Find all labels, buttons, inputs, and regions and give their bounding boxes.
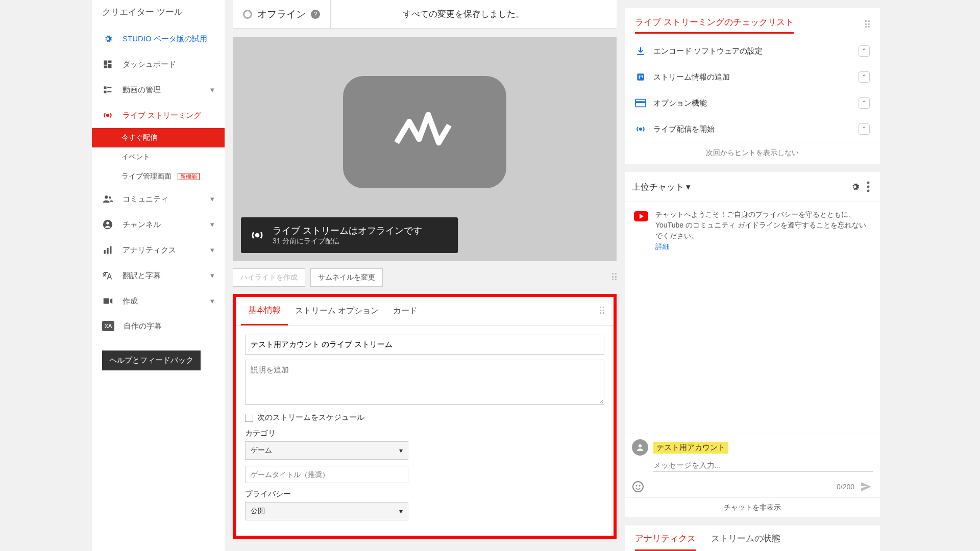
- sidebar-item-video-manager[interactable]: 動画の管理 ▾: [92, 77, 225, 103]
- sidebar-sub-stream-now[interactable]: 今すぐ配信: [92, 128, 225, 147]
- sidebar-item-live[interactable]: ライブ ストリーミング: [92, 103, 225, 128]
- drag-handle-icon[interactable]: ⠿: [598, 305, 608, 317]
- live-icon: [250, 228, 264, 242]
- svg-point-9: [105, 195, 108, 198]
- sidebar-item-create[interactable]: 作成 ▾: [92, 288, 225, 314]
- svg-rect-14: [107, 248, 108, 254]
- emoji-icon[interactable]: [632, 481, 644, 493]
- status-circle-icon: [243, 10, 252, 19]
- chat-details-link[interactable]: 詳細: [655, 242, 670, 251]
- sidebar-sub-event[interactable]: イベント: [92, 147, 225, 167]
- sidebar-item-studio[interactable]: STUDIO ベータ版の試用: [92, 26, 225, 52]
- tab-analytics[interactable]: アナリティクス: [635, 533, 696, 551]
- sidebar-label-analytics: アナリティクス: [122, 245, 176, 255]
- checklist-item-options[interactable]: オプション機能 ⌃: [625, 90, 880, 116]
- sidebar-item-dashboard[interactable]: ダッシュボード: [92, 52, 225, 77]
- svg-point-16: [256, 234, 259, 237]
- sidebar-item-channel[interactable]: チャンネル ▾: [92, 212, 225, 237]
- tab-basic-info[interactable]: 基本情報: [241, 297, 288, 325]
- topbar: オフライン ? すべての変更を保存しました。: [233, 0, 617, 29]
- chat-panel: 上位チャット ▾ チャットへようこそ！ご自身のプライバシーを守るとともに、You…: [625, 172, 880, 517]
- svg-point-30: [639, 485, 641, 487]
- svg-rect-5: [107, 87, 111, 88]
- checklist-label: エンコード ソフトウェアの設定: [653, 46, 851, 56]
- checklist-item-start[interactable]: ライブ配信を開始 ⌃: [625, 116, 880, 142]
- change-thumbnail-button[interactable]: サムネイルを変更: [310, 268, 383, 287]
- status-text: オフライン: [257, 8, 306, 21]
- game-title-input[interactable]: [245, 466, 408, 483]
- sidebar-label-own-captions: 自作の字幕: [124, 321, 162, 331]
- svg-rect-20: [642, 76, 643, 78]
- new-badge: 新機能: [178, 173, 200, 180]
- preview-area: ライブ ストリームはオフラインです 31 分前にライブ配信: [233, 37, 617, 261]
- help-icon[interactable]: ?: [311, 10, 320, 19]
- sidebar-sub-live-control-label: ライブ管理画面: [121, 172, 172, 180]
- saved-text: すべての変更を保存しました。: [331, 8, 617, 20]
- svg-point-12: [106, 222, 109, 225]
- overlay-title: ライブ ストリームはオフラインです: [273, 224, 422, 237]
- card-icon: [635, 97, 646, 109]
- collapse-icon[interactable]: ⌃: [859, 123, 870, 135]
- chat-title-dropdown[interactable]: 上位チャット ▾: [632, 181, 691, 193]
- collapse-icon[interactable]: ⌃: [859, 97, 870, 109]
- hide-hint-link[interactable]: 次回からヒントを表示しない: [625, 142, 880, 164]
- sidebar-label-video-manager: 動画の管理: [122, 85, 161, 95]
- sidebar-item-own-captions[interactable]: XA 自作の字幕: [92, 314, 225, 338]
- sidebar-label-translate: 翻訳と字幕: [122, 271, 161, 281]
- sidebar: クリエイター ツール STUDIO ベータ版の試用 ダッシュボード 動画の管理 …: [92, 0, 225, 551]
- tab-stream-status[interactable]: ストリームの状態: [711, 533, 780, 551]
- sidebar-label-studio: STUDIO ベータ版の試用: [122, 34, 207, 44]
- stream-description-input[interactable]: [245, 360, 604, 405]
- svg-rect-2: [108, 64, 112, 68]
- tab-card[interactable]: カード: [386, 297, 425, 324]
- send-icon[interactable]: [860, 480, 873, 493]
- hide-chat-link[interactable]: チャットを非表示: [625, 497, 880, 517]
- chat-message-input[interactable]: [653, 459, 873, 472]
- category-label: カテゴリ: [245, 429, 604, 438]
- sidebar-sub-live-control[interactable]: ライブ管理画面 新機能: [92, 167, 225, 186]
- privacy-label: プライバシー: [245, 489, 604, 499]
- svg-rect-7: [107, 91, 111, 93]
- overlay-sub: 31 分前にライブ配信: [273, 237, 422, 246]
- checklist-item-info[interactable]: ストリーム情報の追加 ⌃: [625, 64, 880, 90]
- captions-icon: XA: [102, 321, 114, 331]
- gear-icon[interactable]: [846, 178, 864, 195]
- collapse-icon[interactable]: ⌃: [859, 45, 870, 57]
- sidebar-item-community[interactable]: コミュニティ ▾: [92, 186, 225, 212]
- live-icon: [635, 123, 646, 135]
- youtube-icon: [634, 211, 648, 221]
- svg-rect-18: [639, 76, 640, 79]
- create-highlight-button[interactable]: ハイライトを作成: [233, 268, 305, 287]
- sidebar-label-channel: チャンネル: [122, 220, 161, 230]
- stream-title-input[interactable]: [245, 335, 604, 355]
- offline-overlay: ライブ ストリームはオフラインです 31 分前にライブ配信: [241, 217, 458, 253]
- checklist-item-encode[interactable]: エンコード ソフトウェアの設定 ⌃: [625, 38, 880, 64]
- svg-point-29: [636, 485, 638, 487]
- channel-icon: [102, 219, 113, 230]
- svg-point-23: [640, 128, 642, 130]
- preview-thumb-icon: [343, 76, 506, 188]
- svg-point-28: [633, 482, 643, 492]
- char-count: 0/200: [837, 483, 854, 491]
- sidebar-label-dashboard: ダッシュボード: [122, 60, 176, 69]
- sidebar-item-translate[interactable]: 翻訳と字幕 ▾: [92, 263, 225, 288]
- svg-point-27: [639, 444, 642, 447]
- sidebar-item-analytics[interactable]: アナリティクス ▾: [92, 237, 225, 263]
- drag-handle-icon[interactable]: ⠿: [864, 19, 870, 31]
- svg-point-24: [867, 182, 870, 184]
- category-select[interactable]: ゲーム ▾: [245, 441, 408, 460]
- status-box: オフライン ?: [233, 0, 331, 28]
- drag-handle-icon[interactable]: ⠿: [610, 271, 617, 284]
- more-icon[interactable]: [864, 178, 873, 195]
- basic-info-panel: 基本情報 ストリーム オプション カード ⠿ 次のストリームをスケジュール カテ…: [233, 294, 617, 539]
- schedule-checkbox[interactable]: [245, 414, 253, 422]
- collapse-icon[interactable]: ⌃: [859, 71, 870, 83]
- tab-stream-options[interactable]: ストリーム オプション: [288, 297, 386, 324]
- chat-title-label: 上位チャット: [632, 181, 684, 193]
- help-feedback-button[interactable]: ヘルプとフィードバック: [102, 350, 201, 370]
- svg-rect-22: [635, 101, 646, 103]
- chevron-down-icon: ▾: [399, 446, 403, 455]
- chevron-down-icon: ▾: [686, 182, 691, 192]
- sidebar-title: クリエイター ツール: [92, 6, 225, 26]
- privacy-select[interactable]: 公開 ▾: [245, 502, 408, 520]
